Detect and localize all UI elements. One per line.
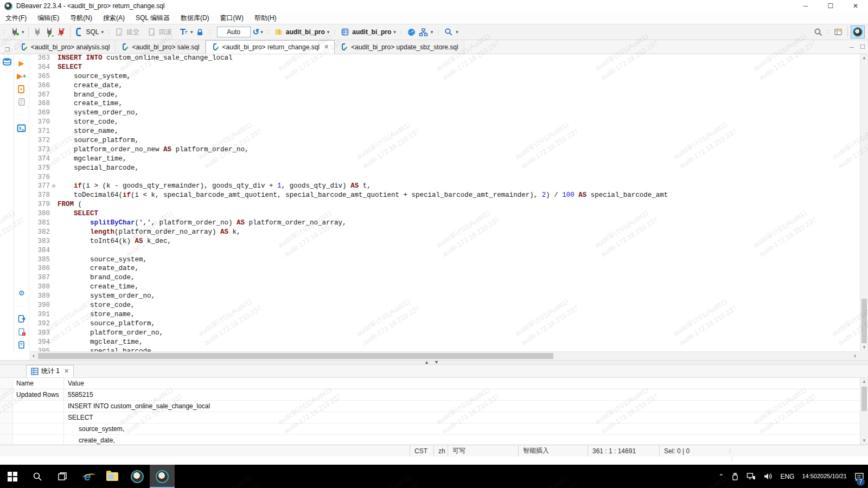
stats-tab[interactable]: 统计 1 ✕ [26, 365, 74, 377]
menu-item-2[interactable]: 导航(N) [65, 12, 98, 24]
commit-button[interactable]: 提交 [126, 28, 139, 37]
menu-item-3[interactable]: 搜索(A) [98, 12, 130, 24]
quick-search-icon[interactable] [812, 26, 824, 38]
taskbar-search-icon[interactable] [25, 465, 50, 488]
tab-close-icon[interactable]: ✕ [324, 43, 329, 50]
stats-row-0[interactable]: Updated Rows5585215 [0, 389, 868, 401]
scroll-up-icon[interactable]: ▲ [860, 378, 868, 386]
view-menu-icon[interactable]: ···· [3, 42, 11, 47]
transaction-log-caret-icon[interactable]: ▾ [260, 29, 263, 35]
er-diagram-icon[interactable] [418, 26, 430, 38]
commit-icon[interactable] [113, 26, 125, 38]
collapse-up-icon[interactable]: ▲ [424, 359, 429, 365]
menu-item-1[interactable]: 编辑(E) [32, 12, 65, 24]
minimize-view-icon[interactable]: ─ [846, 44, 857, 50]
sql-menu-caret-icon[interactable]: ▾ [101, 29, 104, 35]
save-to-file-icon[interactable]: ! [16, 326, 28, 338]
connection-caret-icon[interactable]: ▾ [327, 29, 330, 35]
reconnect-icon[interactable] [43, 26, 55, 38]
schema-caret-icon[interactable]: ▾ [393, 29, 396, 35]
editor-hscroll-thumb[interactable] [38, 353, 553, 359]
sql-console-icon[interactable] [16, 122, 28, 134]
connect-icon[interactable] [31, 26, 43, 38]
database-navigator-icon[interactable] [2, 57, 12, 68]
editor-vscroll-thumb[interactable] [861, 299, 867, 343]
column-header-value[interactable]: Value [64, 378, 868, 389]
stats-tab-close-icon[interactable]: ✕ [64, 368, 69, 375]
dashboard-icon[interactable] [406, 26, 418, 38]
transaction-log-icon[interactable]: ↺ [253, 27, 260, 37]
panel-vertical-scrollbar[interactable]: ▲ ▼ [860, 378, 868, 445]
editor-tab-0[interactable]: <audit_bi_pro> analysis.sql [15, 40, 116, 54]
user-avatar[interactable] [851, 25, 865, 38]
minimize-icon[interactable]: ─ [793, 0, 818, 12]
restore-view-icon[interactable]: ❐ [5, 47, 10, 53]
taskbar-clock[interactable]: 14:50 2025/10/21 [798, 465, 851, 488]
editor-tab-1[interactable]: <audit_bi_pro> sale.sql [116, 40, 205, 54]
editor-vertical-scrollbar[interactable]: ▲ ▼ [860, 54, 868, 351]
new-connection-icon[interactable] [9, 26, 21, 38]
menu-item-0[interactable]: 文件(F) [0, 12, 32, 24]
editor-horizontal-scrollbar[interactable]: ‹ › [29, 351, 859, 360]
volume-icon[interactable] [760, 465, 776, 488]
file-explorer-icon[interactable] [100, 465, 125, 488]
usb-icon[interactable] [727, 465, 743, 488]
stats-row-1[interactable]: INSERT INTO custom_online_sale_change_lo… [0, 401, 868, 412]
export-result-icon[interactable] [16, 313, 28, 325]
menu-item-6[interactable]: 窗口(W) [215, 12, 249, 24]
open-perspective-icon[interactable] [833, 26, 845, 38]
connection-selector[interactable]: audit_bi_pro [286, 28, 325, 36]
close-icon[interactable]: ✕ [843, 0, 868, 12]
transaction-mode-icon[interactable] [177, 26, 189, 38]
disconnect-icon[interactable] [55, 26, 67, 38]
transaction-mode-caret-icon[interactable]: ▾ [190, 29, 193, 35]
toolbar-search-icon[interactable] [443, 26, 455, 38]
rollback-button[interactable]: 回滚 [159, 28, 172, 37]
commit-mode-button[interactable]: Auto [217, 27, 251, 37]
stats-row-4[interactable]: create_date, [0, 435, 868, 445]
menu-item-7[interactable]: 帮助(H) [249, 12, 282, 24]
stats-row-3[interactable]: source_system, [0, 423, 868, 435]
settings-gear-icon[interactable]: ⚙ [16, 287, 28, 299]
execute-new-tab-icon[interactable]: ▶+ [16, 70, 28, 82]
tray-chevron-icon[interactable]: ⌃ [714, 465, 727, 488]
rollback-icon[interactable] [146, 26, 158, 38]
schema-selector[interactable]: audit_bi_pro [352, 28, 391, 36]
sql-code-editor[interactable]: 363INSERT INTO custom_online_sale_change… [29, 54, 860, 351]
stats-row-2[interactable]: SELECT [0, 412, 868, 423]
execute-script-icon[interactable] [16, 83, 28, 95]
scroll-down-icon[interactable]: ▼ [860, 437, 868, 445]
column-header-name[interactable]: Name [13, 378, 64, 389]
panel-vscroll-thumb[interactable] [861, 387, 867, 411]
fold-marker-icon[interactable]: ⊖ [50, 182, 58, 191]
collapse-down-icon[interactable]: ▼ [434, 359, 439, 365]
toolbar-search-caret-icon[interactable]: ▾ [456, 29, 458, 35]
input-language-indicator[interactable]: ENG [776, 465, 798, 488]
execute-statement-icon[interactable]: ▶ [16, 57, 28, 69]
panel-sash[interactable]: ▲ ▼ [0, 360, 868, 365]
scroll-down-icon[interactable]: ▼ [860, 344, 868, 351]
notification-center-icon[interactable]: 7 [851, 465, 868, 488]
explain-plan-icon[interactable] [16, 96, 28, 108]
scroll-left-icon[interactable]: ‹ [29, 352, 38, 360]
start-button[interactable] [0, 465, 25, 488]
task-view-icon[interactable] [50, 465, 75, 488]
menu-item-4[interactable]: SQL 编辑器 [130, 12, 175, 24]
sql-menu-label[interactable]: SQL [86, 28, 99, 36]
editor-tab-3[interactable]: <audit_bi_pro> update_sbz_store.sql [335, 40, 464, 54]
dbeaver-taskbar-icon-active[interactable] [150, 465, 175, 488]
scroll-right-icon[interactable]: › [851, 352, 859, 360]
dbeaver-taskbar-icon[interactable] [125, 465, 150, 488]
network-icon[interactable] [743, 465, 760, 488]
scroll-up-icon[interactable]: ▲ [860, 54, 868, 62]
code-text: splitByChar(',', platform_order_no) AS p… [58, 219, 347, 228]
internet-explorer-icon[interactable]: e [75, 465, 100, 488]
sql-editor-icon[interactable] [73, 26, 85, 38]
script-file-icon[interactable] [16, 339, 28, 351]
maximize-view-icon[interactable]: ☐ [857, 43, 868, 50]
editor-tab-2[interactable]: <audit_bi_pro> return_change.sql✕ [206, 40, 335, 54]
maximize-icon[interactable]: ☐ [818, 0, 843, 12]
er-diagram-caret-icon[interactable]: ▾ [431, 29, 433, 35]
menu-item-5[interactable]: 数据库(D) [175, 12, 215, 24]
new-connection-caret-icon[interactable]: ▾ [22, 29, 24, 35]
